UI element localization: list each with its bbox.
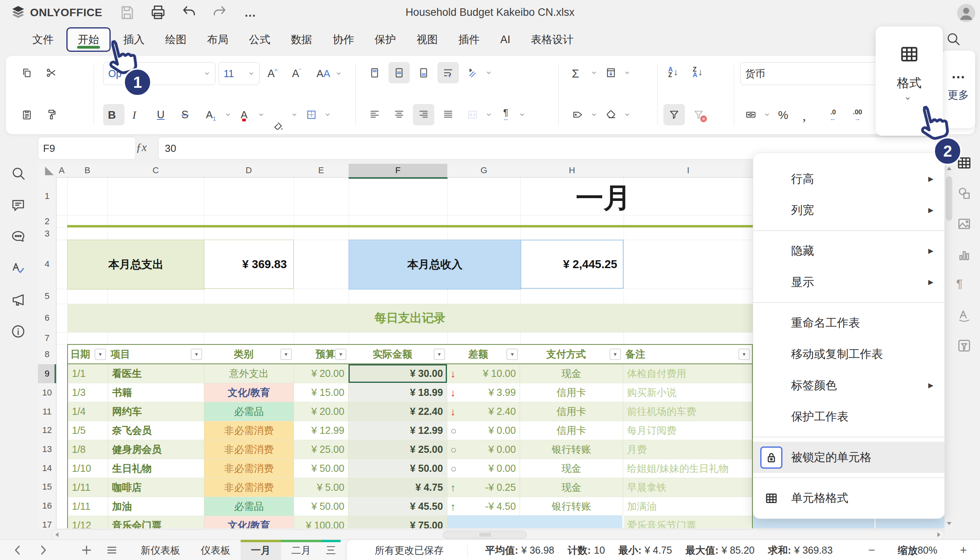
sheet-tab-一月[interactable]: 一月 <box>241 540 281 560</box>
menu-item-单元格格式[interactable]: 单元格格式 <box>753 482 944 514</box>
prev-sheet-icon[interactable] <box>11 543 24 557</box>
row-header-5[interactable]: 5 <box>38 289 57 304</box>
column-header-G[interactable]: G <box>447 164 521 178</box>
menu-tab-协作[interactable]: 协作 <box>322 28 364 51</box>
cell-date[interactable]: 1/4 <box>68 402 108 421</box>
comments-icon[interactable] <box>10 197 26 213</box>
filter-dropdown-icon[interactable]: ▼ <box>434 349 445 360</box>
increase-font-button[interactable]: A^ <box>263 63 284 84</box>
cell-item[interactable]: 咖啡店 <box>108 478 204 497</box>
cell-item[interactable]: 书籍 <box>108 383 204 402</box>
filter-dropdown-icon[interactable]: ▼ <box>739 349 750 360</box>
menu-tab-插件[interactable]: 插件 <box>448 28 490 51</box>
menu-tab-表格设计[interactable]: 表格设计 <box>521 28 584 51</box>
menu-tab-AI[interactable]: AI <box>490 30 521 50</box>
paste-button[interactable] <box>16 104 38 125</box>
table-header-日期[interactable]: 日期▼ <box>68 348 108 361</box>
filter-button[interactable] <box>663 104 685 125</box>
daily-expense-banner[interactable]: 每日支出记录 <box>67 304 753 332</box>
filter-dropdown-icon[interactable]: ▼ <box>507 349 518 360</box>
search-icon[interactable] <box>945 31 961 47</box>
chevron-down-icon[interactable] <box>519 112 525 118</box>
next-sheet-icon[interactable] <box>36 543 50 557</box>
cell-payment[interactable]: 现金 <box>520 364 623 383</box>
cell-budget[interactable]: ¥ 20.00 <box>294 402 349 421</box>
filter-dropdown-icon[interactable]: ▼ <box>95 349 106 360</box>
increase-decimal-button[interactable]: .00→ <box>847 104 868 125</box>
cell-difference[interactable]: ↓¥ 3.99 <box>447 383 520 402</box>
cell-category[interactable]: 非必需消费 <box>204 459 294 478</box>
cell-budget[interactable]: ¥ 12.99 <box>294 421 349 440</box>
chevron-down-icon[interactable] <box>624 70 630 76</box>
cell-actual[interactable]: ¥ 22.40 <box>349 402 447 421</box>
copy-button[interactable] <box>16 62 38 83</box>
cell-payment[interactable]: 银行转账 <box>520 440 623 459</box>
cell-actual[interactable]: ¥ 45.50 <box>349 497 447 516</box>
cell-item[interactable]: 加油 <box>108 497 204 516</box>
horizontal-scrollbar[interactable] <box>51 529 944 540</box>
row-header-13[interactable]: 13 <box>38 440 57 459</box>
chart-settings-icon[interactable] <box>956 246 972 262</box>
cell-budget[interactable]: ¥ 20.00 <box>294 364 349 383</box>
cell-category[interactable]: 必需品 <box>204 497 294 516</box>
menu-item-隐藏[interactable]: 隐藏▶ <box>753 235 944 267</box>
scroll-up-arrow[interactable] <box>947 167 952 170</box>
cell-date[interactable]: 1/12 <box>68 516 108 528</box>
cell-budget[interactable]: ¥ 100.00 <box>294 516 349 528</box>
menu-tab-视图[interactable]: 视图 <box>406 28 448 51</box>
font-size-input[interactable]: 11 <box>219 62 260 85</box>
cell-category[interactable]: 必需品 <box>204 402 294 421</box>
row-header-2[interactable]: 2 <box>38 215 57 228</box>
cell-item[interactable]: 奈飞会员 <box>108 421 204 440</box>
cell-date[interactable]: 1/11 <box>68 478 108 497</box>
scroll-down-arrow[interactable] <box>947 522 952 525</box>
align-bottom-button[interactable] <box>413 62 434 83</box>
column-header-C[interactable]: C <box>107 164 204 178</box>
cell-category[interactable]: 非必需消费 <box>204 440 294 459</box>
cell-budget[interactable]: ¥ 50.00 <box>294 497 349 516</box>
column-header-A[interactable]: A <box>56 164 68 178</box>
column-header-E[interactable]: E <box>294 164 349 178</box>
filter-dropdown-icon[interactable]: ▼ <box>610 349 621 360</box>
cell-note[interactable]: 月费 <box>623 440 752 459</box>
column-header-D[interactable]: D <box>204 164 294 178</box>
chat-icon[interactable] <box>10 229 26 244</box>
menu-item-显示[interactable]: 显示▶ <box>753 267 944 298</box>
row-header-14[interactable]: 14 <box>38 459 57 478</box>
clear-button[interactable] <box>600 104 622 125</box>
table-header-实际金额[interactable]: 实际金额▼ <box>349 348 447 361</box>
menu-item-保护工作表[interactable]: 保护工作表 <box>753 401 944 432</box>
menu-item-行高[interactable]: 行高▶ <box>753 163 944 195</box>
cell-actual[interactable]: ¥ 4.75 <box>349 478 447 497</box>
chevron-down-icon[interactable] <box>291 112 298 118</box>
zoom-in-button[interactable]: + <box>956 543 971 557</box>
fill-down-button[interactable] <box>600 62 622 83</box>
sheet-list-icon[interactable] <box>105 543 119 557</box>
cell-date[interactable]: 1/5 <box>68 421 108 440</box>
search-icon[interactable] <box>10 165 26 181</box>
cell-difference[interactable]: ○¥ 0.00 <box>447 440 520 459</box>
sort-ascending-button[interactable]: AZ↓ <box>663 62 685 83</box>
wrap-text-button[interactable] <box>437 62 459 83</box>
menu-item-列宽[interactable]: 列宽▶ <box>753 195 944 226</box>
menu-tab-绘图[interactable]: 绘图 <box>155 28 197 51</box>
row-header-16[interactable]: 16 <box>38 496 57 516</box>
chevron-down-icon[interactable] <box>258 112 264 118</box>
image-settings-icon[interactable] <box>956 216 972 232</box>
cell-difference[interactable]: ↓¥ 10.00 <box>447 364 520 383</box>
row-header-9[interactable]: 9 <box>38 364 57 384</box>
row-header-10[interactable]: 10 <box>38 383 57 403</box>
sort-descending-button[interactable]: ZA↓ <box>688 62 709 83</box>
cell-date[interactable]: 1/10 <box>68 459 108 478</box>
chevron-down-icon[interactable] <box>486 112 492 118</box>
borders-button[interactable] <box>301 104 322 125</box>
fill-color-button[interactable] <box>268 104 289 125</box>
add-sheet-icon[interactable] <box>80 543 93 557</box>
row-header-17[interactable]: 17 <box>38 515 57 528</box>
chevron-down-icon[interactable] <box>624 112 630 118</box>
align-center-button[interactable] <box>388 104 410 125</box>
strikethrough-button[interactable]: S <box>177 104 198 125</box>
format-painter-button[interactable] <box>41 104 62 125</box>
row-header-3[interactable]: 3 <box>38 227 57 240</box>
cell-payment[interactable]: 现金 <box>520 478 623 497</box>
